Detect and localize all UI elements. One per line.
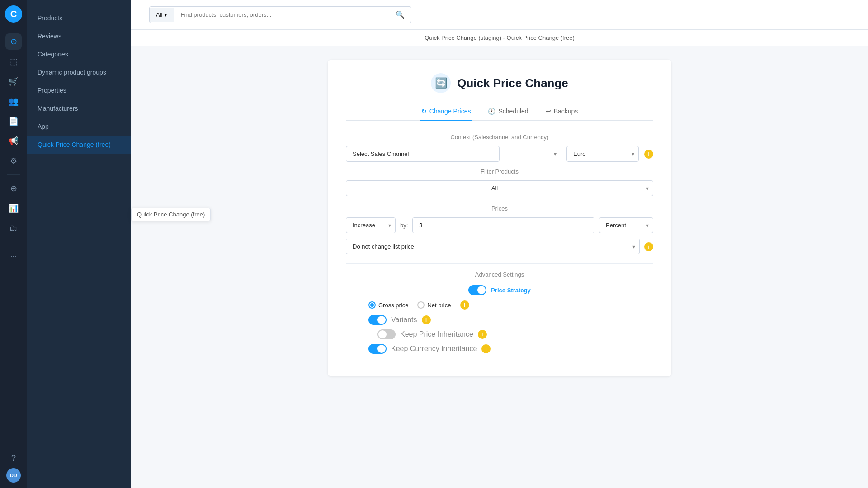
change-prices-icon: ↻ <box>421 108 427 115</box>
sidebar-icon-customers[interactable]: 👥 <box>5 93 22 109</box>
backups-icon: ↩ <box>546 108 551 115</box>
context-info-icon[interactable]: i <box>644 150 653 159</box>
list-price-wrapper: Do not change list priceChange list pric… <box>346 239 640 254</box>
currency-wrapper: EuroUSDGBP ▾ <box>566 146 639 162</box>
list-price-info-icon[interactable]: i <box>644 242 653 251</box>
keep-currency-toggle-row: Keep Currency Inheritance i <box>346 344 653 354</box>
nav-tooltip: Quick Price Change (free) <box>131 208 211 221</box>
sales-channel-arrow-icon: ▾ <box>554 151 557 157</box>
sidebar-icon-reports[interactable]: 📊 <box>5 200 22 216</box>
price-strategy-knob <box>477 286 486 294</box>
keep-price-knob <box>378 330 387 338</box>
chevron-down-icon: ▾ <box>164 11 167 18</box>
section-divider <box>346 263 653 264</box>
filter-section-label: Filter Products <box>346 168 653 175</box>
tab-change-prices[interactable]: ↻ Change Prices <box>420 104 473 121</box>
sales-channel-select[interactable]: Select Sales Channel <box>346 146 500 162</box>
scheduled-icon: 🕐 <box>488 108 495 115</box>
keep-currency-knob <box>377 345 386 353</box>
filter-wrapper: AllProducts with active offersProducts w… <box>346 180 653 196</box>
sidebar-item-properties[interactable]: Properties <box>27 81 131 99</box>
sidebar-icon-more[interactable]: ··· <box>5 248 22 264</box>
amount-input[interactable] <box>412 217 594 233</box>
price-strategy-toggle-row: Price Strategy <box>346 285 653 295</box>
sidebar-item-app[interactable]: App <box>27 117 131 136</box>
advanced-section-label: Advanced Settings <box>346 271 653 278</box>
search-all-button[interactable]: All ▾ <box>150 8 174 22</box>
variants-toggle-row: Variants i <box>346 315 653 325</box>
sidebar-icon-settings[interactable]: ⚙ <box>5 153 22 169</box>
sidebar-icon-extensions[interactable]: ⊕ <box>5 180 22 197</box>
gross-price-dot <box>370 303 374 307</box>
prices-section-label: Prices <box>346 205 653 212</box>
sidebar-icon-marketing[interactable]: 📢 <box>5 133 22 149</box>
currency-select[interactable]: EuroUSDGBP <box>566 146 639 162</box>
keep-currency-label: Keep Currency Inheritance <box>391 345 477 353</box>
topbar: All ▾ 🔍 <box>131 0 868 30</box>
sidebar-item-products[interactable]: Products <box>27 9 131 27</box>
prices-row: IncreaseDecreaseSet to ▾ by: PercentFixe… <box>346 217 653 233</box>
sales-channel-row: Select Sales Channel ▾ EuroUSDGBP ▾ i <box>346 146 653 162</box>
user-avatar[interactable]: DD <box>6 468 21 483</box>
sidebar-item-manufacturers[interactable]: Manufacturers <box>27 99 131 117</box>
tab-bar: ↻ Change Prices 🕐 Scheduled ↩ Backups <box>346 104 653 121</box>
net-price-radio[interactable] <box>417 301 425 309</box>
sales-channel-wrapper: Select Sales Channel ▾ <box>346 146 561 162</box>
variants-label: Variants <box>391 316 417 324</box>
variants-toggle[interactable] <box>368 315 387 325</box>
increase-wrapper: IncreaseDecreaseSet to ▾ <box>346 217 396 233</box>
variants-knob <box>377 316 386 324</box>
search-submit-button[interactable]: 🔍 <box>389 7 411 23</box>
by-label: by: <box>400 222 408 229</box>
sidebar-item-quick-price[interactable]: Quick Price Change (free) <box>27 136 131 154</box>
plugin-card: 🔄 Quick Price Change ↻ Change Prices 🕐 S… <box>328 60 671 376</box>
tab-scheduled[interactable]: 🕐 Scheduled <box>486 104 530 121</box>
keep-currency-info-icon[interactable]: i <box>481 344 491 353</box>
increase-select[interactable]: IncreaseDecreaseSet to <box>346 217 396 233</box>
keep-price-label: Keep Price Inheritance <box>400 330 473 338</box>
sidebar-divider <box>7 174 20 175</box>
sidebar-icon-help[interactable]: ? <box>5 450 22 466</box>
keep-price-toggle[interactable] <box>377 329 396 339</box>
sidebar-item-categories[interactable]: Categories <box>27 45 131 63</box>
list-price-row: Do not change list priceChange list pric… <box>346 239 653 254</box>
plugin-icon: 🔄 <box>431 73 451 93</box>
search-container: All ▾ 🔍 <box>149 6 411 23</box>
percent-select[interactable]: PercentFixed <box>599 217 653 233</box>
variants-info-icon[interactable]: i <box>422 315 431 324</box>
app-logo[interactable]: C <box>5 5 22 23</box>
keep-price-info-icon[interactable]: i <box>478 330 487 339</box>
nav-menu: Products Reviews Categories Dynamic prod… <box>27 0 131 488</box>
sidebar-icon-dashboard[interactable]: ⊙ <box>5 33 22 50</box>
plugin-header: 🔄 Quick Price Change <box>346 73 653 93</box>
gross-price-radio[interactable] <box>368 301 376 309</box>
sidebar-item-dynamic-groups[interactable]: Dynamic product groups <box>27 63 131 81</box>
filter-row: AllProducts with active offersProducts w… <box>346 180 653 196</box>
page-body: 🔄 Quick Price Change ↻ Change Prices 🕐 S… <box>131 46 868 488</box>
sidebar-icon-rail: C ⊙ ⬚ 🛒 👥 📄 📢 ⚙ ⊕ 📊 🗂 ··· ? DD <box>0 0 27 488</box>
breadcrumb: Quick Price Change (staging) - Quick Pri… <box>131 30 868 46</box>
sidebar-item-reviews[interactable]: Reviews <box>27 27 131 45</box>
list-price-select[interactable]: Do not change list priceChange list pric… <box>346 239 640 254</box>
page-title: Quick Price Change <box>457 76 568 90</box>
context-section-label: Context (Saleschannel and Currency) <box>346 134 653 141</box>
net-price-option[interactable]: Net price <box>417 301 451 309</box>
sidebar-icon-content[interactable]: 📄 <box>5 113 22 129</box>
price-strategy-label: Price Strategy <box>491 287 530 294</box>
keep-price-toggle-row: Keep Price Inheritance i <box>346 329 653 339</box>
keep-currency-toggle[interactable] <box>368 344 387 354</box>
price-strategy-toggle[interactable] <box>468 285 486 295</box>
tab-backups[interactable]: ↩ Backups <box>544 104 580 121</box>
gross-price-option[interactable]: Gross price <box>368 301 408 309</box>
price-type-radio-group: Gross price Net price i <box>346 300 653 310</box>
sidebar-icon-products[interactable]: ⬚ <box>5 53 22 70</box>
sidebar-icon-stores[interactable]: 🗂 <box>5 220 22 236</box>
price-type-info-icon[interactable]: i <box>460 300 469 310</box>
filter-select[interactable]: AllProducts with active offersProducts w… <box>346 180 653 196</box>
search-input[interactable] <box>174 8 389 22</box>
sidebar-divider-2 <box>7 242 20 242</box>
percent-wrapper: PercentFixed ▾ <box>599 217 653 233</box>
main-content: All ▾ 🔍 Quick Price Change (staging) - Q… <box>131 0 868 488</box>
sidebar-icon-orders[interactable]: 🛒 <box>5 73 22 89</box>
